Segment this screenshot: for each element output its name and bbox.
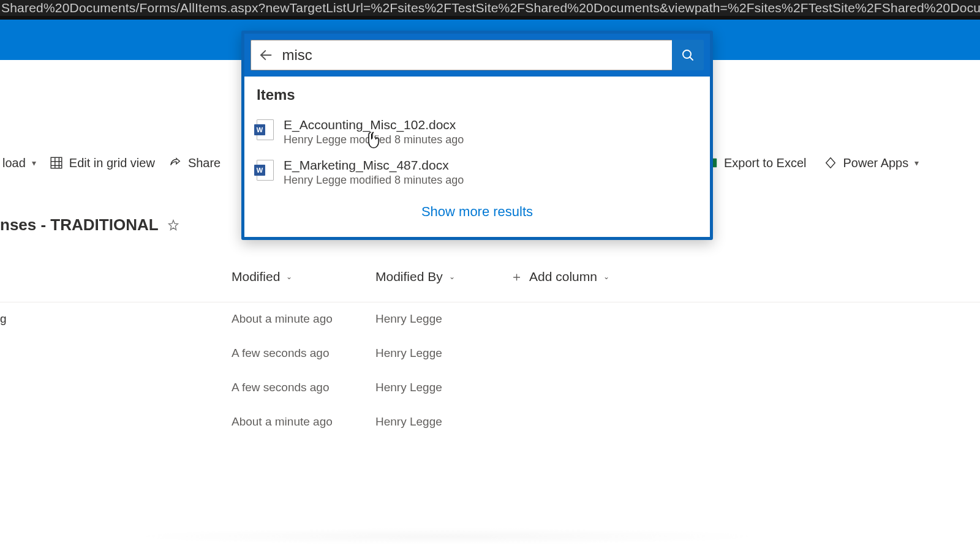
- search-result-title: E_Marketing_Misc_487.docx: [284, 158, 464, 173]
- row-modified-by: Henry Legge: [375, 347, 510, 360]
- svg-rect-0: [51, 157, 62, 168]
- search-suggestions-panel: Items E_Accounting_Misc_102.docx Henry L…: [241, 31, 713, 240]
- column-header-modified-label: Modified: [232, 269, 280, 284]
- search-result-title: E_Accounting_Misc_102.docx: [284, 118, 464, 132]
- search-submit-button[interactable]: [672, 40, 704, 70]
- table-row[interactable]: A few seconds ago Henry Legge: [0, 370, 980, 405]
- browser-address-bar[interactable]: Shared%20Documents/Forms/AllItems.aspx?n…: [0, 0, 980, 16]
- row-modified: About a minute ago: [232, 415, 375, 429]
- table-row[interactable]: g About a minute ago Henry Legge: [0, 302, 980, 336]
- edit-grid-label: Edit in grid view: [69, 156, 155, 170]
- chevron-down-icon: ▾: [32, 158, 36, 168]
- edit-grid-view-button[interactable]: Edit in grid view: [50, 156, 155, 170]
- not-following-icon[interactable]: [167, 219, 179, 231]
- column-header-modified-by-label: Modified By: [375, 269, 443, 284]
- upload-label: load: [2, 156, 26, 170]
- row-modified: About a minute ago: [232, 312, 375, 326]
- search-result-item[interactable]: E_Accounting_Misc_102.docx Henry Legge m…: [255, 112, 699, 152]
- back-arrow-icon[interactable]: [258, 47, 273, 63]
- search-input[interactable]: [282, 47, 665, 64]
- search-box[interactable]: [251, 40, 672, 70]
- chevron-down-icon: ⌄: [286, 272, 292, 281]
- show-more-results-link[interactable]: Show more results: [255, 193, 699, 233]
- row-modified-by: Henry Legge: [375, 312, 510, 326]
- row-name: g: [0, 312, 232, 326]
- chevron-down-icon: ⌄: [449, 272, 455, 281]
- power-apps-button[interactable]: Power Apps ▾: [824, 156, 919, 170]
- search-bar: [244, 34, 710, 77]
- power-apps-label: Power Apps: [843, 156, 909, 170]
- table-row[interactable]: About a minute ago Henry Legge: [0, 405, 980, 439]
- add-column-label: Add column: [529, 269, 597, 284]
- shadow: [123, 528, 772, 545]
- share-icon: [168, 156, 182, 170]
- share-label: Share: [188, 156, 221, 170]
- search-result-subtitle: Henry Legge modified 8 minutes ago: [284, 133, 464, 146]
- column-headers: Modified ⌄ Modified By ⌄ ＋ Add column ⌄: [0, 268, 980, 296]
- word-file-icon: [257, 119, 274, 140]
- export-excel-label: Export to Excel: [724, 156, 807, 170]
- svg-line-8: [690, 57, 693, 60]
- add-column-button[interactable]: ＋ Add column ⌄: [510, 268, 980, 296]
- row-modified-by: Henry Legge: [375, 381, 510, 394]
- upload-button[interactable]: load ▾: [2, 156, 36, 170]
- export-excel-button[interactable]: Export to Excel: [704, 156, 807, 170]
- column-header-modified[interactable]: Modified ⌄: [232, 268, 375, 296]
- share-button[interactable]: Share: [168, 156, 221, 170]
- row-modified: A few seconds ago: [232, 381, 375, 394]
- library-title-text: nses - TRADITIONAL: [0, 216, 159, 234]
- search-result-subtitle: Henry Legge modified 8 minutes ago: [284, 174, 464, 187]
- search-result-item[interactable]: E_Marketing_Misc_487.docx Henry Legge mo…: [255, 152, 699, 193]
- library-title: nses - TRADITIONAL: [0, 216, 179, 234]
- powerapps-icon: [824, 156, 837, 170]
- document-list: g About a minute ago Henry Legge A few s…: [0, 302, 980, 439]
- row-modified-by: Henry Legge: [375, 415, 510, 429]
- word-file-icon: [257, 160, 274, 181]
- search-icon: [680, 48, 695, 62]
- chevron-down-icon: ⌄: [603, 272, 609, 281]
- address-bar-text: Shared%20Documents/Forms/AllItems.aspx?n…: [0, 1, 980, 15]
- chevron-down-icon: ▾: [914, 158, 919, 168]
- search-results-header: Items: [255, 83, 699, 112]
- grid-icon: [50, 156, 63, 170]
- row-modified: A few seconds ago: [232, 347, 375, 360]
- column-header-modified-by[interactable]: Modified By ⌄: [375, 268, 510, 296]
- table-row[interactable]: A few seconds ago Henry Legge: [0, 336, 980, 370]
- search-results: Items E_Accounting_Misc_102.docx Henry L…: [244, 77, 710, 237]
